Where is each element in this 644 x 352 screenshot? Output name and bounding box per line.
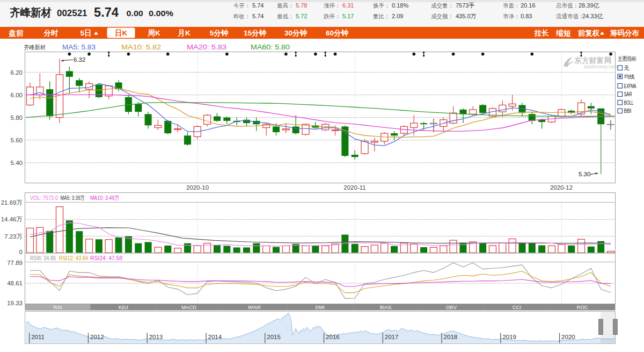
svg-text:eastmoney.com: eastmoney.com xyxy=(584,64,618,69)
svg-text:跌停：: 跌停： xyxy=(324,13,341,19)
svg-text:分时: 分时 xyxy=(43,29,59,37)
svg-text:6.20: 6.20 xyxy=(11,69,23,76)
svg-text:5.80: 5.80 xyxy=(11,114,23,121)
svg-text:002521: 002521 xyxy=(57,8,87,18)
svg-text:2019: 2019 xyxy=(502,334,516,340)
svg-text:今开：: 今开： xyxy=(233,2,251,9)
svg-text:60分钟: 60分钟 xyxy=(326,29,349,37)
svg-text:0.00%: 0.00% xyxy=(149,9,173,18)
svg-text:ROC: ROC xyxy=(577,304,588,310)
svg-text:5.30: 5.30 xyxy=(579,171,590,177)
svg-text:5.78: 5.78 xyxy=(296,2,307,9)
svg-text:BOLL: BOLL xyxy=(624,100,634,106)
svg-text:28.39亿: 28.39亿 xyxy=(579,2,599,9)
svg-text:2011: 2011 xyxy=(31,334,45,340)
svg-text:2020-10: 2020-10 xyxy=(186,184,209,191)
svg-text:SAR: SAR xyxy=(624,91,632,97)
svg-text:市净：: 市净： xyxy=(503,13,520,19)
svg-text:周K: 周K xyxy=(147,29,160,37)
svg-text:市盈：: 市盈： xyxy=(503,2,520,9)
svg-text:MA60: 5.80: MA60: 5.80 xyxy=(251,44,290,51)
svg-text:RSI6: 34.86: RSI6: 34.86 xyxy=(30,255,56,261)
svg-text:30分钟: 30分钟 xyxy=(284,29,308,37)
svg-text:齐峰新材: 齐峰新材 xyxy=(10,6,52,18)
svg-text:MA10: 3.49万: MA10: 3.49万 xyxy=(90,195,119,201)
svg-text:涨停：: 涨停： xyxy=(324,2,341,9)
svg-text:量比：: 量比： xyxy=(372,13,390,19)
svg-text:昨收：: 昨收： xyxy=(233,13,251,19)
svg-text:24.33亿: 24.33亿 xyxy=(582,13,603,19)
svg-text:2.09: 2.09 xyxy=(392,13,403,19)
svg-text:5.60: 5.60 xyxy=(11,137,23,143)
svg-text:2013: 2013 xyxy=(149,334,163,340)
svg-text:BIAS: BIAS xyxy=(380,304,392,310)
svg-text:MA20: 5.83: MA20: 5.83 xyxy=(187,44,226,51)
svg-text:7573手: 7573手 xyxy=(456,2,474,9)
svg-text:2014: 2014 xyxy=(208,334,222,340)
svg-text:成交量：: 成交量： xyxy=(431,2,453,9)
svg-text:21.69万: 21.69万 xyxy=(1,199,23,206)
svg-text:RSI12: 43.84: RSI12: 43.84 xyxy=(59,255,88,261)
svg-text:2020: 2020 xyxy=(561,334,575,340)
svg-text:EXPMA: EXPMA xyxy=(624,83,636,89)
svg-text:BBI: BBI xyxy=(624,108,632,114)
svg-text:拉长: 拉长 xyxy=(534,29,550,37)
svg-text:7.23万: 7.23万 xyxy=(4,233,23,240)
svg-text:DMI: DMI xyxy=(316,304,325,310)
svg-text:筹码分布: 筹码分布 xyxy=(610,29,640,37)
svg-text:MACD: MACD xyxy=(181,304,196,310)
svg-text:2012: 2012 xyxy=(90,334,104,340)
svg-text:MA10: 5.82: MA10: 5.82 xyxy=(121,44,161,51)
svg-text:齐峰新材: 齐峰新材 xyxy=(24,44,46,51)
svg-text:盘前: 盘前 xyxy=(9,29,24,37)
svg-text:前复权: 前复权 xyxy=(578,29,600,37)
svg-text:15分钟: 15分钟 xyxy=(244,29,267,37)
svg-text:最高：: 最高： xyxy=(277,2,294,9)
svg-text:2015: 2015 xyxy=(267,334,281,340)
svg-text:5日: 5日 xyxy=(80,29,91,37)
svg-text:5.74: 5.74 xyxy=(252,13,264,19)
svg-text:0.00: 0.00 xyxy=(127,9,143,18)
svg-text:W%R: W%R xyxy=(248,304,261,310)
svg-text:5.40: 5.40 xyxy=(11,160,23,166)
svg-text:48.61: 48.61 xyxy=(7,280,23,286)
svg-text:成交额：: 成交额： xyxy=(431,13,453,19)
svg-text:435.0万: 435.0万 xyxy=(456,13,477,19)
svg-text:2017: 2017 xyxy=(385,334,399,340)
svg-text:2020-12: 2020-12 xyxy=(550,184,573,191)
svg-text:MA5: 3.39万: MA5: 3.39万 xyxy=(61,195,85,201)
svg-text:5.17: 5.17 xyxy=(342,13,354,19)
svg-text:0: 0 xyxy=(19,249,23,255)
svg-text:OBV: OBV xyxy=(446,304,457,310)
svg-text:最低：: 最低： xyxy=(277,13,294,19)
svg-text:RSI24: 47.58: RSI24: 47.58 xyxy=(90,255,122,261)
svg-text:2016: 2016 xyxy=(326,334,340,340)
svg-text:0.83: 0.83 xyxy=(521,13,532,19)
svg-text:流通市值：: 流通市值： xyxy=(556,13,584,19)
svg-text:日K: 日K xyxy=(115,29,128,37)
svg-text:2018: 2018 xyxy=(444,334,458,340)
svg-text:东方财富网: 东方财富网 xyxy=(574,56,612,64)
svg-text:2020-11: 2020-11 xyxy=(343,184,365,191)
svg-text:主图指标: 主图指标 xyxy=(618,55,636,62)
svg-text:20.16: 20.16 xyxy=(521,2,536,9)
svg-text:77.89: 77.89 xyxy=(7,260,23,266)
svg-text:换手：: 换手： xyxy=(373,2,390,9)
svg-text:RSI: RSI xyxy=(54,304,62,310)
svg-text:0.18%: 0.18% xyxy=(392,2,408,9)
svg-text:VOL: 7573.0: VOL: 7573.0 xyxy=(30,195,58,201)
svg-text:KDJ: KDJ xyxy=(119,304,128,310)
svg-text:6.32: 6.32 xyxy=(74,56,85,63)
svg-text:5分钟: 5分钟 xyxy=(210,29,229,37)
svg-text:5.72: 5.72 xyxy=(296,13,307,19)
svg-text:无: 无 xyxy=(624,65,630,71)
svg-text:缩短: 缩短 xyxy=(556,29,572,37)
svg-text:6.31: 6.31 xyxy=(342,2,354,9)
svg-text:月K: 月K xyxy=(177,29,191,37)
svg-text:5.74: 5.74 xyxy=(94,5,119,19)
svg-text:19.33: 19.33 xyxy=(7,300,23,306)
svg-text:MA5: 5.83: MA5: 5.83 xyxy=(62,44,96,51)
svg-text:6.00: 6.00 xyxy=(11,92,23,98)
svg-text:14.46万: 14.46万 xyxy=(1,216,23,222)
svg-text:总市值：: 总市值： xyxy=(555,2,579,9)
